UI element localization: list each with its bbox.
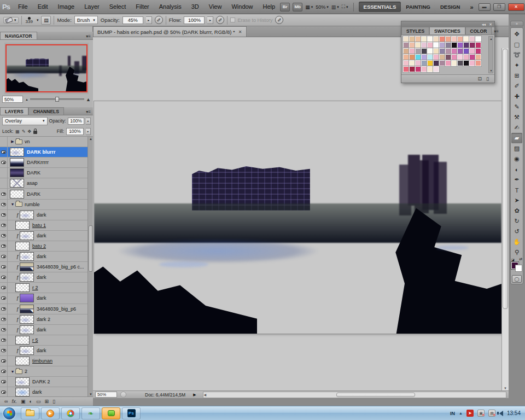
visibility-toggle[interactable] <box>0 200 8 209</box>
history-brush-tool[interactable]: ✍ <box>511 122 522 133</box>
document-canvas[interactable] <box>94 101 501 334</box>
color-swatch[interactable] <box>469 60 475 66</box>
minimize-button[interactable]: ▬ <box>479 3 491 11</box>
collapse-to-icons-icon[interactable]: ◂◂ <box>482 22 486 27</box>
gradient-tool[interactable]: ▨ <box>511 143 522 154</box>
restore-button[interactable]: ❐ <box>493 3 505 11</box>
airbrush-icon[interactable]: ✐ <box>216 16 224 24</box>
workspace-essentials[interactable]: ESSENTIALS <box>359 2 401 12</box>
status-flyout-icon[interactable]: ▶ <box>193 393 196 397</box>
color-swatch[interactable] <box>421 48 427 54</box>
layer-row-darkrrrrr[interactable]: DARKrrrrr <box>0 158 93 168</box>
workspace-painting[interactable]: PAINTING <box>401 2 435 12</box>
opacity-spinner[interactable]: ▸ <box>146 16 152 24</box>
color-swatch[interactable] <box>469 36 475 42</box>
workspace-design[interactable]: DESIGN <box>435 2 465 12</box>
layer-row-34648039-big-p6[interactable]: ƒ34648039_big_p6 <box>0 304 93 314</box>
slider-handle[interactable] <box>55 97 59 102</box>
3d-orbit-tool[interactable]: ↺ <box>511 226 522 237</box>
layer-row-r-5[interactable]: r 5 <box>0 335 93 346</box>
color-swatch[interactable] <box>439 36 445 42</box>
menu-item-analysis[interactable]: Analysis <box>154 0 186 14</box>
panel-menu-icon[interactable]: ▾≡ <box>492 29 501 34</box>
group-caret-icon[interactable]: ▶ <box>10 139 15 144</box>
color-swatch[interactable] <box>415 54 421 60</box>
color-swatch[interactable] <box>409 36 415 42</box>
layer-thumbnail[interactable] <box>15 283 30 292</box>
color-swatch[interactable] <box>415 42 421 48</box>
minibridge-button[interactable]: Mb <box>293 3 302 11</box>
visibility-toggle[interactable] <box>0 366 8 376</box>
layer-row-dark[interactable]: ƒdark <box>0 252 93 262</box>
scroll-left-icon[interactable]: ◀ <box>204 392 207 398</box>
color-swatch[interactable] <box>403 36 409 42</box>
toggle-brush-panel-button[interactable]: ▤ <box>41 16 51 25</box>
delete-layer-icon[interactable]: ▯ <box>52 399 55 404</box>
layer-row-dark-2[interactable]: ƒdark 2 <box>0 314 93 325</box>
color-swatch[interactable] <box>445 54 451 60</box>
color-swatch[interactable] <box>475 48 481 54</box>
tray-disabled-icon[interactable]: ▣ <box>477 410 485 417</box>
scroll-down-icon[interactable]: ▼ <box>502 387 509 390</box>
layer-row-r-2[interactable]: r 2 <box>0 283 93 293</box>
menu-item-window[interactable]: Window <box>226 0 258 14</box>
visibility-toggle[interactable] <box>0 272 8 282</box>
horizontal-scrollbar[interactable]: ◀ <box>203 392 506 398</box>
new-layer-icon[interactable]: ⊞ <box>44 399 49 404</box>
lock-all-icon[interactable] <box>33 131 37 134</box>
color-swatch[interactable] <box>427 36 433 42</box>
zoom-out-icon[interactable]: ▲ <box>25 98 28 101</box>
color-swatch[interactable] <box>439 48 445 54</box>
layer-row-dark[interactable]: ƒdark <box>0 231 93 241</box>
color-swatch[interactable] <box>433 42 439 48</box>
tab-color[interactable]: COLOR <box>465 27 492 34</box>
layer-thumbnail[interactable] <box>15 221 30 230</box>
scrollbar-thumb[interactable] <box>503 49 508 309</box>
link-layers-icon[interactable]: ∞ <box>4 399 8 404</box>
color-swatch[interactable] <box>403 48 409 54</box>
color-swatch[interactable] <box>409 60 415 66</box>
scroll-up-icon[interactable]: ▲ <box>88 137 93 141</box>
layer-thumbnail[interactable] <box>20 315 34 324</box>
layer-row-dark[interactable]: ƒdark <box>0 346 93 356</box>
menu-item-view[interactable]: View <box>204 0 227 14</box>
tab-styles[interactable]: STYLES <box>401 27 429 34</box>
layer-thumbnail[interactable] <box>15 357 30 365</box>
lasso-tool[interactable]: ➰ <box>511 50 522 60</box>
opacity-input[interactable]: 45% <box>122 16 143 24</box>
type-tool[interactable]: T <box>511 185 522 195</box>
color-swatch[interactable] <box>463 60 469 66</box>
scrollbar-thumb[interactable] <box>89 225 93 272</box>
zoom-level-dropdown[interactable]: 50% ▾ <box>316 4 329 10</box>
panel-menu-icon[interactable]: ▾≡ <box>84 34 93 39</box>
flow-input[interactable]: 100% <box>184 16 205 24</box>
screen-mode-dropdown[interactable]: ⛶ ▾ <box>342 4 348 10</box>
layers-opacity-input[interactable]: 100% <box>68 118 85 125</box>
color-swatch[interactable] <box>463 54 469 60</box>
brush-preset-picker[interactable]: 339 <box>25 17 34 24</box>
layers-opacity-spinner[interactable]: ▸ <box>86 118 91 125</box>
swap-colors-icon[interactable]: ⇄ <box>519 257 522 261</box>
visibility-toggle[interactable] <box>0 283 8 293</box>
taskbar-button-messenger[interactable] <box>102 407 120 419</box>
tab-channels[interactable]: CHANNELS <box>28 107 64 115</box>
color-swatch[interactable] <box>433 54 439 60</box>
layer-row-group-vn[interactable]: ▶vn <box>0 137 93 147</box>
blend-mode-select[interactable]: Overlay ▾ <box>2 117 48 125</box>
color-swatch[interactable] <box>427 66 433 72</box>
color-swatch[interactable] <box>451 36 457 42</box>
color-swatch[interactable] <box>409 42 415 48</box>
layer-thumbnail[interactable] <box>10 190 24 199</box>
navigator-zoom-slider[interactable]: ▲ ▲ <box>25 97 91 102</box>
color-swatch[interactable] <box>421 66 427 72</box>
color-swatch[interactable] <box>457 36 463 42</box>
lock-position-icon[interactable]: ✥ <box>28 129 32 134</box>
layer-thumbnail[interactable] <box>20 231 34 240</box>
color-swatch[interactable] <box>439 54 445 60</box>
color-swatch[interactable] <box>475 60 481 66</box>
dodge-tool[interactable]: ◐ <box>511 164 522 174</box>
color-swatch[interactable] <box>427 48 433 54</box>
layer-row-34648039-big-p6-c-[interactable]: ƒ34648039_big_p6 c... <box>0 262 93 272</box>
fill-input[interactable]: 100% <box>66 128 84 135</box>
color-swatch[interactable] <box>415 48 421 54</box>
